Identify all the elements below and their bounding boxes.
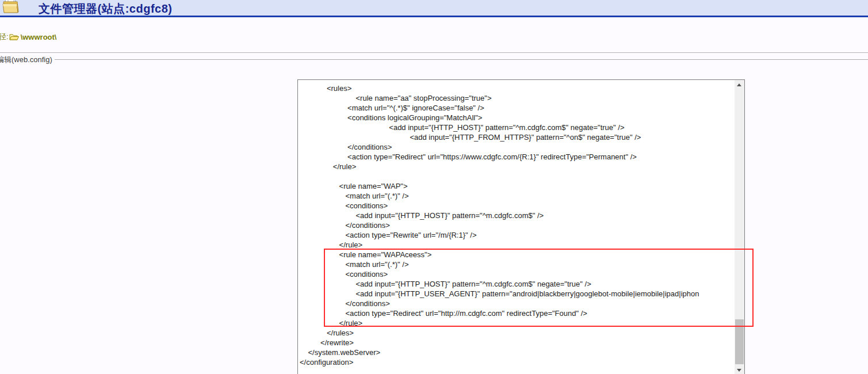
file-manager-icon xyxy=(2,0,21,14)
horizontal-divider xyxy=(0,52,868,53)
editor-vertical-scrollbar[interactable] xyxy=(735,80,744,374)
header-bar: 文件管理器(站点:cdgfc8) xyxy=(0,0,868,17)
fieldset-border-line xyxy=(55,59,868,60)
arrow-down-icon xyxy=(737,369,741,372)
scroll-up-button[interactable] xyxy=(735,80,744,90)
page-title: 文件管理器(站点:cdgfc8) xyxy=(39,1,172,17)
edit-legend-label: 编辑(web.config) xyxy=(0,55,52,65)
config-editor-content[interactable]: <rules> <rule name="aa" stopProcessing="… xyxy=(298,80,735,374)
breadcrumb: 路径: \wwwroot\ xyxy=(0,32,56,42)
config-editor-textarea[interactable]: <rules> <rule name="aa" stopProcessing="… xyxy=(297,79,745,374)
current-path[interactable]: \wwwroot\ xyxy=(21,33,57,41)
scroll-down-button[interactable] xyxy=(735,365,744,374)
scrollbar-thumb[interactable] xyxy=(735,319,744,364)
open-folder-icon xyxy=(9,33,19,41)
path-label: 路径: xyxy=(0,32,9,42)
edit-fieldset-legend: 编辑(web.config) xyxy=(0,55,868,64)
arrow-up-icon xyxy=(737,83,741,86)
